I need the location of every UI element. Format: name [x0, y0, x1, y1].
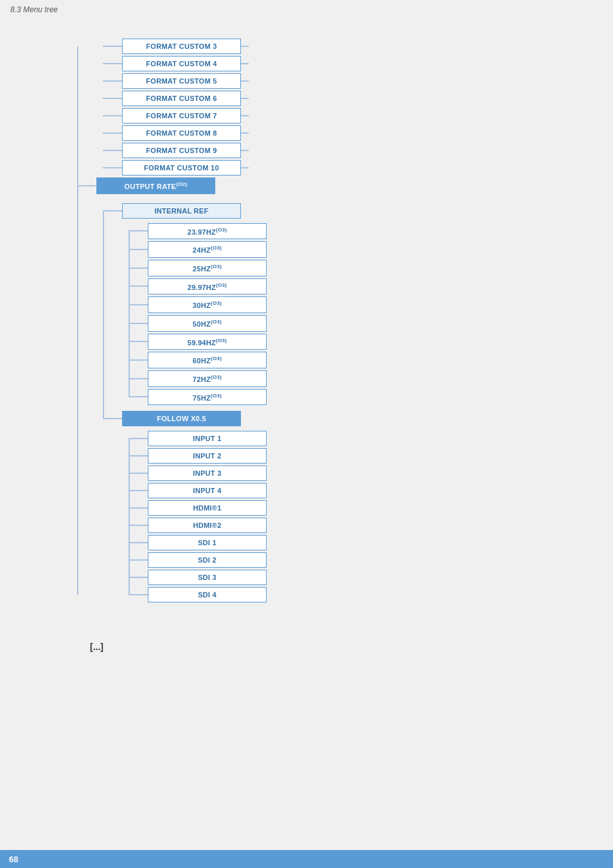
- list-item: SDI 3: [129, 570, 613, 585]
- list-item: INPUT 3: [129, 466, 613, 481]
- list-item: SDI 2: [129, 552, 613, 568]
- output-rate-node: OUTPUT RATE(O2): [77, 177, 613, 194]
- list-item: FORMAT CUSTOM 9: [103, 143, 613, 158]
- page-number: 68: [9, 854, 18, 864]
- list-item: SDI 4: [129, 587, 613, 602]
- list-item: 75HZ(O3): [129, 389, 613, 406]
- list-item: INPUT 2: [129, 448, 613, 464]
- list-item: FORMAT CUSTOM 10: [103, 160, 613, 176]
- internal-ref-node: INTERNAL REF: [103, 203, 613, 219]
- follow-x05-node: FOLLOW X0.5: [103, 411, 613, 426]
- list-item: 23.97HZ(O3): [129, 223, 613, 240]
- list-item: INPUT 1: [129, 431, 613, 446]
- top-bar: 8.3 Menu tree: [0, 0, 613, 19]
- page-footer: 68: [0, 850, 613, 868]
- list-item: HDMI®1: [129, 500, 613, 516]
- list-item: HDMI®2: [129, 518, 613, 533]
- list-item: 30HZ(O3): [129, 296, 613, 313]
- list-item: FORMAT CUSTOM 8: [103, 125, 613, 141]
- continuation-label: [...]: [90, 642, 613, 652]
- list-item: 29.97HZ(O3): [129, 278, 613, 295]
- list-item: SDI 1: [129, 535, 613, 550]
- list-item: FORMAT CUSTOM 7: [103, 108, 613, 123]
- list-item: 60HZ(O3): [129, 352, 613, 368]
- list-item: 72HZ(O3): [129, 370, 613, 387]
- list-item: 59.94HZ(O3): [129, 334, 613, 350]
- list-item: 50HZ(O3): [129, 315, 613, 332]
- list-item: FORMAT CUSTOM 4: [103, 56, 613, 71]
- list-item: FORMAT CUSTOM 6: [103, 91, 613, 106]
- list-item: FORMAT CUSTOM 5: [103, 73, 613, 89]
- list-item: 25HZ(O3): [129, 260, 613, 276]
- list-item: INPUT 4: [129, 483, 613, 498]
- section-title: 8.3 Menu tree: [10, 5, 58, 14]
- list-item: 24HZ(O3): [129, 241, 613, 258]
- list-item: FORMAT CUSTOM 3: [103, 39, 613, 54]
